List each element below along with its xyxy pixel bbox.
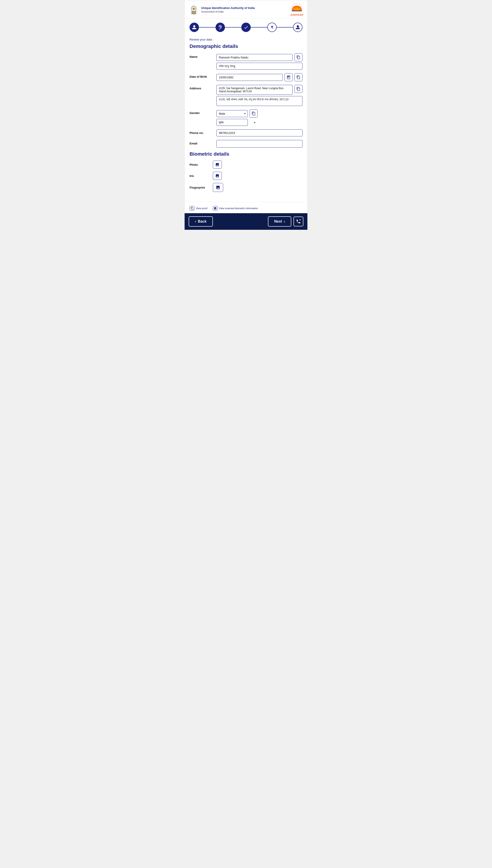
address-en-input[interactable] — [216, 85, 293, 95]
nav-right: Next › — [268, 216, 303, 227]
gender-label: Gender — [190, 109, 214, 114]
svg-point-11 — [195, 13, 196, 14]
header: Unique Identification Authority of India… — [184, 0, 308, 19]
view-proof-label: View proof — [196, 207, 207, 210]
dob-input-row — [216, 73, 302, 81]
view-biometric-link[interactable]: View scanned biometric information — [213, 206, 258, 210]
address-label: Address — [190, 85, 214, 90]
header-left: Unique Identification Authority of India… — [189, 5, 255, 15]
gender-hi-select-wrapper: पुरुष स्त्री अन्य — [216, 119, 257, 126]
next-arrow-icon: › — [284, 220, 285, 224]
svg-rect-8 — [192, 12, 196, 13]
gender-en-select[interactable]: Male Female Other — [216, 110, 248, 117]
fingerprint-label: Fingerprint — [190, 186, 210, 189]
svg-point-9 — [191, 13, 193, 14]
ashoka-emblem-icon — [189, 5, 199, 15]
gender-hi-select[interactable]: पुरुष स्त्री अन्य — [216, 119, 248, 126]
step-5-person-check — [293, 23, 302, 32]
dob-copy-icon-btn[interactable] — [294, 73, 302, 81]
name-hi-input[interactable] — [216, 63, 302, 70]
next-label: Next — [274, 220, 282, 224]
svg-rect-19 — [292, 7, 302, 8]
back-button[interactable]: ‹ Back — [189, 216, 213, 227]
svg-line-14 — [301, 6, 302, 6]
email-fields — [216, 140, 302, 148]
step-2-fingerprint — [216, 23, 225, 32]
aadhaar-sun-icon — [291, 3, 303, 13]
step-3-check — [241, 23, 251, 32]
email-row: Email — [190, 140, 302, 148]
iris-icon-btn[interactable] — [213, 172, 222, 180]
org-name: Unique Identification Authority of India — [201, 6, 255, 10]
name-label: Name — [190, 53, 214, 58]
svg-rect-22 — [292, 11, 302, 11]
back-arrow-icon: ‹ — [195, 220, 196, 224]
address-en-row — [216, 85, 302, 95]
name-fields — [216, 53, 302, 70]
iris-row: Iris — [190, 172, 302, 180]
fingerprint-row: Fingerprint — [190, 183, 302, 192]
gender-en-row: Male Female Other — [216, 109, 257, 118]
phone-label: Phone no. — [190, 129, 214, 134]
email-input[interactable] — [216, 140, 302, 148]
phone-icon-btn[interactable] — [294, 216, 303, 226]
stepper: ₹ — [184, 19, 308, 34]
step-line-2 — [225, 27, 242, 28]
view-proof-icon — [190, 206, 195, 210]
phone-row: Phone no. — [190, 129, 302, 136]
address-fields — [216, 85, 302, 106]
step-line-1 — [199, 27, 216, 28]
footer-links: View proof View scanned biometric inform… — [184, 202, 308, 213]
svg-line-13 — [299, 4, 300, 5]
svg-rect-7 — [191, 11, 196, 12]
address-copy-icon-btn[interactable] — [294, 85, 302, 93]
svg-line-16 — [294, 4, 295, 5]
step-1-person — [190, 23, 199, 32]
aadhaar-label: AADHAAR — [290, 14, 303, 16]
dob-input[interactable] — [216, 74, 283, 81]
photo-label: Photo — [190, 163, 210, 167]
gender-fields: Male Female Other पुरुष स्त्री अन्य — [216, 109, 257, 126]
gov-name: Government of India — [201, 10, 255, 13]
view-biometric-label: View scanned biometric information — [219, 207, 258, 210]
next-button[interactable]: Next › — [268, 216, 291, 227]
photo-icon-btn[interactable] — [213, 160, 222, 169]
main-content: Review your data Demographic details Nam… — [184, 34, 308, 200]
gender-row: Gender Male Female Other — [190, 109, 302, 126]
gender-copy-icon-btn[interactable] — [250, 109, 257, 118]
review-label: Review your data — [190, 38, 302, 41]
demographic-title: Demographic details — [190, 44, 302, 49]
name-copy-icon-btn[interactable] — [294, 53, 302, 61]
view-proof-link[interactable]: View proof — [190, 206, 207, 210]
back-label: Back — [198, 220, 206, 224]
iris-label: Iris — [190, 174, 210, 178]
address-row: Address — [190, 85, 302, 106]
svg-point-10 — [193, 13, 195, 14]
fingerprint-icon-btn[interactable] — [213, 183, 223, 192]
name-en-row — [216, 53, 302, 61]
step-line-4 — [277, 27, 293, 28]
view-biometric-icon — [213, 206, 218, 210]
biometric-title: Biometric details — [190, 151, 302, 157]
bottom-nav: ‹ Back Next › — [184, 213, 308, 230]
header-text: Unique Identification Authority of India… — [201, 6, 255, 13]
dob-label: Date of Birth — [190, 73, 214, 78]
aadhaar-logo: AADHAAR — [290, 3, 303, 16]
address-hi-input[interactable] — [216, 96, 302, 106]
dob-fields — [216, 73, 302, 81]
step-4-rupee: ₹ — [267, 23, 277, 32]
email-label: Email — [190, 140, 214, 145]
photo-row: Photo — [190, 160, 302, 169]
calendar-icon-btn[interactable] — [285, 73, 293, 81]
phone-fields — [216, 129, 302, 136]
step-line-3 — [251, 27, 267, 28]
dob-row: Date of Birth — [190, 73, 302, 81]
svg-line-17 — [292, 6, 293, 6]
name-en-input[interactable] — [216, 54, 293, 61]
name-row: Name — [190, 53, 302, 70]
svg-rect-20 — [292, 9, 302, 10]
phone-input[interactable] — [216, 129, 302, 136]
gender-en-select-wrapper: Male Female Other — [216, 110, 248, 117]
